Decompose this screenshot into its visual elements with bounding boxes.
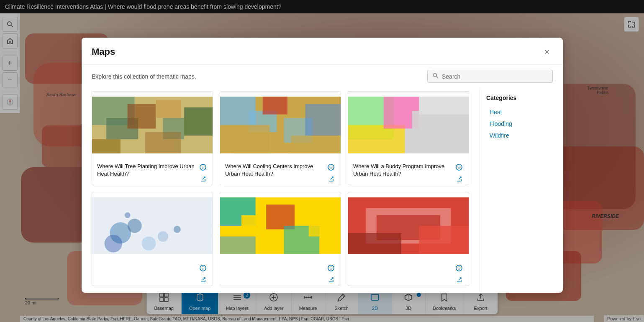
category-flooding[interactable]: Flooding xyxy=(486,118,556,130)
map-card-actions-2 xyxy=(326,163,336,184)
map-card-footer-1: Where Will Tree Planting Improve Urban H… xyxy=(92,158,213,185)
map-thumb-6 xyxy=(348,192,469,259)
map-thumb-5 xyxy=(220,192,341,259)
modal-body: Where Will Tree Planting Improve Urban H… xyxy=(82,88,563,293)
modal-subheader: Explore this collection of thematic maps… xyxy=(82,65,563,88)
map-info-button-1[interactable] xyxy=(198,163,208,172)
svg-rect-32 xyxy=(348,125,405,153)
map-thumb-4 xyxy=(92,192,213,259)
map-card-footer-6 xyxy=(348,259,469,286)
svg-rect-11 xyxy=(156,100,180,118)
map-open-button-4[interactable] xyxy=(198,275,208,284)
svg-rect-56 xyxy=(309,201,341,237)
svg-rect-57 xyxy=(220,236,256,254)
map-thumb-3 xyxy=(348,92,469,158)
search-icon xyxy=(433,73,439,80)
svg-rect-65 xyxy=(348,233,401,254)
svg-rect-10 xyxy=(128,104,156,128)
map-open-button-2[interactable] xyxy=(326,174,336,184)
svg-point-29 xyxy=(331,166,331,166)
svg-point-50 xyxy=(203,266,203,267)
svg-point-5 xyxy=(434,74,437,77)
svg-rect-35 xyxy=(419,97,469,114)
modal-title: Maps xyxy=(92,46,115,57)
map-info-button-6[interactable] xyxy=(454,263,464,273)
map-card-actions-1 xyxy=(198,163,208,184)
svg-line-6 xyxy=(436,77,438,78)
map-open-button-1[interactable] xyxy=(198,174,208,184)
map-card-title-2: Where Will Cooling Centers Improve Urban… xyxy=(225,163,323,178)
map-card-footer-4 xyxy=(92,259,213,286)
svg-point-47 xyxy=(125,212,131,218)
svg-point-69 xyxy=(459,266,459,267)
map-card-footer-5 xyxy=(220,259,341,286)
map-card-5[interactable] xyxy=(220,192,341,286)
map-thumb-2 xyxy=(220,92,341,158)
maps-grid: Where Will Tree Planting Improve Urban H… xyxy=(82,88,479,293)
map-card-title-3: Where Will a Buddy Program Improve Urban… xyxy=(353,163,451,178)
svg-point-60 xyxy=(331,266,331,267)
map-card-actions-5 xyxy=(326,263,336,284)
map-card-tree-planting[interactable]: Where Will Tree Planting Improve Urban H… xyxy=(92,91,213,185)
svg-point-18 xyxy=(203,166,203,166)
map-card-actions-4 xyxy=(198,263,208,284)
modal-subtitle: Explore this collection of thematic maps… xyxy=(92,73,196,80)
svg-rect-14 xyxy=(145,132,181,153)
search-box xyxy=(427,70,553,83)
map-card-4[interactable] xyxy=(92,192,213,286)
map-card-footer-2: Where Will Cooling Centers Improve Urban… xyxy=(220,158,341,185)
maps-modal: Maps × Explore this collection of themat… xyxy=(82,38,563,293)
svg-point-42 xyxy=(128,219,142,233)
map-open-button-3[interactable] xyxy=(454,174,464,184)
map-info-button-5[interactable] xyxy=(326,263,336,273)
map-open-button-5[interactable] xyxy=(326,275,336,284)
svg-point-38 xyxy=(459,166,459,166)
svg-rect-25 xyxy=(305,104,341,135)
svg-rect-15 xyxy=(92,139,121,153)
map-info-button-3[interactable] xyxy=(454,163,464,172)
map-card-title-1: Where Will Tree Planting Improve Urban H… xyxy=(97,163,195,178)
map-card-actions-6 xyxy=(454,263,464,284)
map-card-actions-3 xyxy=(454,163,464,184)
svg-rect-66 xyxy=(419,226,469,254)
svg-rect-54 xyxy=(266,204,295,229)
svg-point-46 xyxy=(142,236,156,250)
map-open-button-6[interactable] xyxy=(454,275,464,284)
map-card-cooling-centers[interactable]: Where Will Cooling Centers Improve Urban… xyxy=(220,91,341,185)
svg-rect-26 xyxy=(291,135,341,153)
svg-rect-23 xyxy=(234,125,270,153)
modal-header: Maps × xyxy=(82,38,563,65)
categories-title: Categories xyxy=(486,95,556,101)
map-card-footer-3: Where Will a Buddy Program Improve Urban… xyxy=(348,158,469,185)
map-card-6[interactable] xyxy=(348,192,469,286)
map-card-buddy-program[interactable]: Where Will a Buddy Program Improve Urban… xyxy=(348,91,469,185)
search-input[interactable] xyxy=(442,73,547,80)
map-info-button-4[interactable] xyxy=(198,263,208,273)
svg-rect-22 xyxy=(263,97,287,114)
map-thumb-1 xyxy=(92,92,213,158)
svg-rect-34 xyxy=(412,111,469,153)
map-info-button-2[interactable] xyxy=(326,163,336,172)
category-wildfire[interactable]: Wildfire xyxy=(486,130,556,141)
svg-point-43 xyxy=(105,235,122,252)
svg-rect-13 xyxy=(184,107,213,136)
category-heat[interactable]: Heat xyxy=(486,106,556,118)
modal-sidebar: Categories Heat Flooding Wildfire xyxy=(479,88,563,293)
svg-point-45 xyxy=(174,226,181,233)
modal-close-button[interactable]: × xyxy=(541,46,553,58)
svg-point-44 xyxy=(158,231,168,242)
